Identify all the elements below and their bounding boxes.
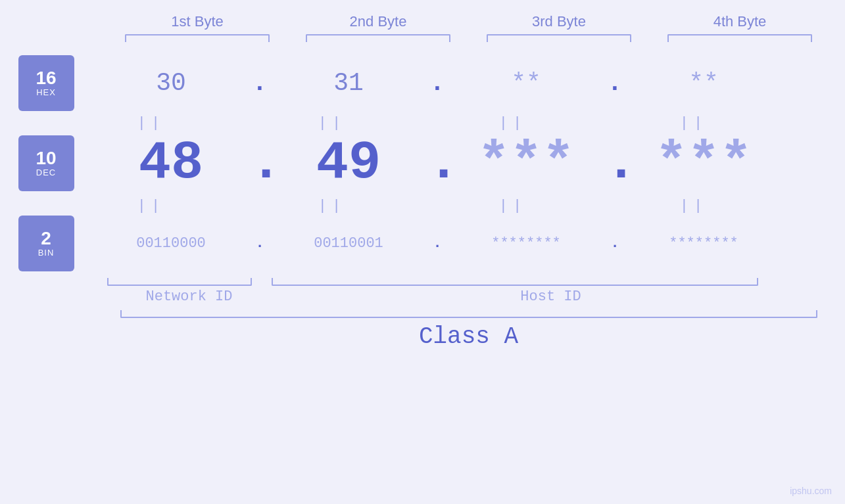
sep-3: || (434, 115, 592, 131)
bin-val-1: 00110000 (92, 235, 250, 252)
dec-val-4: *** (625, 137, 783, 191)
hex-dot-1: . (250, 69, 270, 97)
byte4-header: 4th Byte (661, 13, 819, 30)
bracket-1 (125, 34, 270, 42)
dec-label-cell: 10 DEC (0, 135, 92, 191)
sep-4: || (615, 115, 773, 131)
sep-2: || (253, 115, 411, 131)
hex-row: 16 HEX 30 . 31 . ** . ** (0, 55, 845, 111)
dec-val-3: *** (447, 137, 605, 191)
bracket-4 (667, 34, 812, 42)
dec-dot-1: . (250, 133, 270, 194)
bracket-2 (306, 34, 450, 42)
hex-base-number: 16 (36, 69, 56, 87)
dec-dot-2: . (427, 133, 447, 194)
dec-val-1: 48 (92, 137, 250, 191)
hex-base-label: HEX (36, 87, 56, 97)
hex-val-1: 30 (92, 69, 250, 97)
class-bracket (120, 310, 817, 318)
bracket-3 (487, 34, 631, 42)
hex-val-2: 31 (270, 69, 427, 97)
sep-7: || (434, 198, 592, 214)
sep-6: || (253, 198, 411, 214)
sep-8: || (615, 198, 773, 214)
hex-badge: 16 HEX (18, 55, 74, 111)
bin-dot-1: . (250, 235, 270, 252)
host-bracket (272, 278, 758, 286)
dec-values: 48 . 49 . *** . *** (92, 133, 845, 194)
dec-base-label: DEC (36, 168, 56, 177)
bin-base-number: 2 (41, 229, 51, 248)
class-label: Class A (120, 323, 817, 350)
byte1-header: 1st Byte (118, 13, 276, 30)
sep-row-2: || || || || (61, 198, 785, 214)
dec-base-number: 10 (36, 149, 56, 168)
dec-row: 10 DEC 48 . 49 . *** . *** (0, 133, 845, 194)
bin-val-3: ******** (447, 235, 605, 252)
hex-dot-2: . (427, 69, 447, 97)
network-bracket (107, 278, 252, 286)
bin-row: 2 BIN 00110000 . 00110001 . ******** . *… (0, 216, 845, 271)
byte2-header: 2nd Byte (299, 13, 457, 30)
bin-values: 00110000 . 00110001 . ******** . *******… (92, 235, 845, 252)
hex-val-3: ** (447, 69, 605, 97)
hex-dot-3: . (605, 69, 625, 97)
dec-dot-3: . (605, 133, 625, 194)
dec-badge: 10 DEC (18, 135, 74, 191)
network-id-label: Network ID (107, 288, 272, 305)
bin-val-2: 00110001 (270, 235, 427, 252)
main-container: 1st Byte 2nd Byte 3rd Byte 4th Byte 16 H… (0, 0, 845, 504)
bin-dot-2: . (427, 235, 447, 252)
bin-label-cell: 2 BIN (0, 216, 92, 271)
byte3-header: 3rd Byte (480, 13, 638, 30)
sep-row-1: || || || || (61, 115, 785, 131)
watermark: ipshu.com (790, 486, 832, 496)
bin-dot-3: . (605, 235, 625, 252)
sep-5: || (72, 198, 230, 214)
top-brackets (107, 34, 831, 42)
id-labels-row: Network ID Host ID (107, 288, 831, 305)
hex-val-4: ** (625, 69, 783, 97)
dec-val-2: 49 (270, 137, 427, 191)
bin-base-label: BIN (38, 248, 55, 258)
hex-label-cell: 16 HEX (0, 55, 92, 111)
bottom-brackets (107, 278, 831, 286)
bin-val-4: ******** (625, 235, 783, 252)
hex-values: 30 . 31 . ** . ** (92, 69, 845, 97)
bin-badge: 2 BIN (18, 216, 74, 271)
host-id-label: Host ID (272, 288, 831, 305)
sep-1: || (72, 115, 230, 131)
